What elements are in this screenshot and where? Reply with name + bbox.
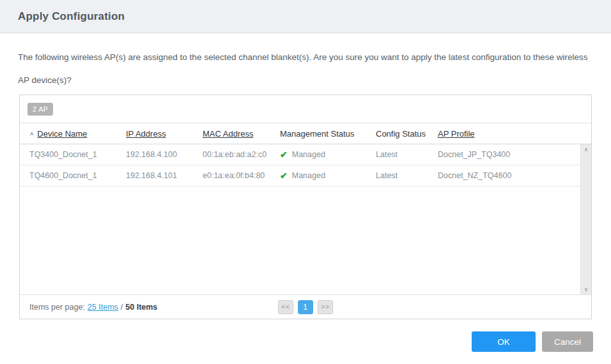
ip-address-cell: 192.168.4.101 [126, 171, 203, 180]
column-label: MAC Address [203, 129, 253, 139]
items-per-page: Items per page: 25 Items / 50 Items [29, 303, 157, 312]
managed-check-icon: ✔ [280, 149, 288, 160]
column-label: Device Name [37, 129, 87, 139]
column-label: IP Address [126, 129, 166, 139]
column-header-ap-profile[interactable]: AP Profile [438, 129, 580, 139]
next-page-button[interactable]: >> [318, 300, 333, 314]
table-header-row: ∧ Device Name IP Address MAC Address Man… [20, 123, 591, 144]
column-label: AP Profile [438, 129, 475, 139]
management-status-text: Managed [292, 171, 325, 180]
mac-address-cell: e0:1a:ea:0f:b4:80 [203, 171, 280, 180]
table-row: TQ4600_Docnet_1 192.168.4.101 e0:1a:ea:0… [20, 165, 591, 186]
page-title: Apply Configuration [18, 10, 125, 23]
items-per-page-label: Items per page: [29, 303, 85, 312]
table-body: TQ3400_Docnet_1 192.168.4.100 00:1a:eb:a… [20, 144, 591, 294]
ap-table: 2 AP ∧ Device Name IP Address MAC Addres… [19, 95, 592, 319]
scroll-down-icon[interactable]: ∨ [584, 286, 589, 292]
column-header-management-status: Management Status [280, 129, 376, 139]
column-header-device-name[interactable]: ∧ Device Name [29, 129, 126, 139]
column-label: Config Status [376, 129, 426, 139]
vertical-scrollbar[interactable]: ∧ ∨ [580, 144, 591, 294]
management-status-cell: ✔ Managed [280, 171, 376, 181]
management-status-cell: ✔ Managed [280, 149, 376, 160]
mac-address-cell: 00:1a:eb:ad:a2:c0 [203, 150, 280, 159]
footer-actions: OK Cancel [472, 331, 593, 352]
total-items-label: 50 Items [125, 303, 157, 312]
confirmation-message: The following wireless AP(s) are assigne… [0, 33, 611, 92]
items-per-page-link[interactable]: 25 Items [88, 303, 118, 312]
title-bar: Apply Configuration [0, 0, 611, 33]
table-toolbar: 2 AP [20, 95, 591, 123]
managed-check-icon: ✔ [280, 171, 288, 181]
column-label: Management Status [280, 129, 354, 139]
sort-ascending-icon: ∧ [29, 131, 34, 137]
previous-page-button[interactable]: << [278, 300, 293, 314]
items-separator: / [121, 303, 123, 312]
config-status-cell: Latest [376, 171, 438, 180]
column-header-config-status: Config Status [376, 129, 438, 139]
scroll-up-icon[interactable]: ∧ [584, 146, 589, 153]
column-header-ip-address[interactable]: IP Address [126, 129, 203, 139]
ip-address-cell: 192.168.4.100 [126, 150, 203, 159]
ap-count-badge: 2 AP [27, 103, 53, 116]
ok-button[interactable]: OK [472, 331, 536, 352]
cancel-button[interactable]: Cancel [542, 331, 593, 352]
pager: << 1 >> [278, 300, 333, 314]
management-status-text: Managed [292, 150, 325, 159]
device-name-cell: TQ3400_Docnet_1 [29, 150, 126, 159]
config-status-cell: Latest [376, 150, 438, 159]
ap-profile-cell: Docnet_NZ_TQ4600 [438, 171, 571, 180]
column-header-mac-address[interactable]: MAC Address [203, 129, 280, 139]
ap-profile-cell: Docnet_JP_TQ3400 [438, 150, 571, 159]
page-1-button[interactable]: 1 [298, 300, 313, 314]
device-name-cell: TQ4600_Docnet_1 [29, 171, 126, 180]
table-row: TQ3400_Docnet_1 192.168.4.100 00:1a:eb:a… [20, 144, 591, 165]
pagination-bar: Items per page: 25 Items / 50 Items << 1… [20, 294, 591, 319]
